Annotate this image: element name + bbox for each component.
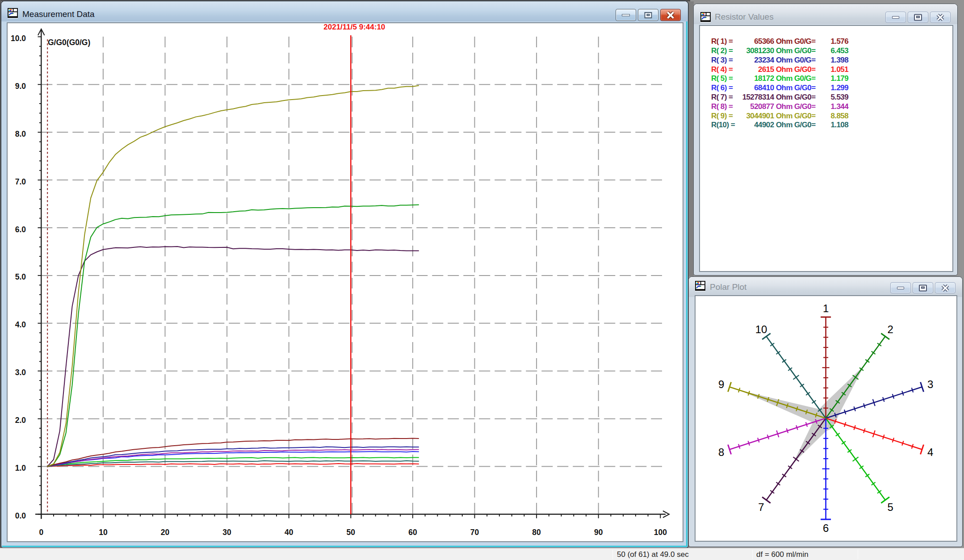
svg-text:1.0: 1.0 bbox=[15, 464, 26, 472]
svg-text:9.0: 9.0 bbox=[15, 82, 26, 91]
svg-text:G/G0(G0/G): G/G0(G0/G) bbox=[48, 38, 90, 47]
svg-text:10: 10 bbox=[99, 528, 108, 537]
svg-text:7: 7 bbox=[758, 501, 764, 513]
svg-text:7.0: 7.0 bbox=[15, 177, 26, 186]
svg-text:100: 100 bbox=[654, 528, 667, 537]
svg-text:10.0: 10.0 bbox=[11, 34, 26, 43]
svg-text:2021/11/5 9:44:10: 2021/11/5 9:44:10 bbox=[323, 23, 385, 31]
svg-text:40: 40 bbox=[285, 528, 293, 537]
svg-text:60: 60 bbox=[408, 528, 417, 537]
svg-text:2: 2 bbox=[888, 323, 893, 335]
svg-text:3: 3 bbox=[927, 378, 933, 390]
svg-text:30: 30 bbox=[222, 528, 231, 537]
svg-text:20: 20 bbox=[161, 528, 170, 537]
svg-text:6: 6 bbox=[823, 522, 829, 534]
svg-text:0.0: 0.0 bbox=[15, 511, 26, 520]
svg-text:6.0: 6.0 bbox=[15, 225, 26, 234]
svg-text:8.0: 8.0 bbox=[15, 130, 26, 138]
svg-text:4.0: 4.0 bbox=[15, 320, 26, 329]
svg-text:5: 5 bbox=[888, 501, 893, 513]
svg-text:10: 10 bbox=[755, 323, 767, 335]
svg-text:8: 8 bbox=[718, 446, 724, 458]
svg-text:0: 0 bbox=[39, 528, 43, 537]
svg-text:4: 4 bbox=[927, 446, 933, 458]
svg-text:90: 90 bbox=[594, 528, 603, 537]
svg-text:50: 50 bbox=[347, 528, 356, 537]
svg-text:2.0: 2.0 bbox=[15, 416, 26, 425]
svg-text:3.0: 3.0 bbox=[15, 368, 26, 377]
svg-text:80: 80 bbox=[532, 528, 541, 537]
svg-text:5.0: 5.0 bbox=[15, 272, 26, 281]
svg-text:70: 70 bbox=[470, 528, 479, 537]
svg-text:9: 9 bbox=[718, 378, 724, 390]
svg-text:1: 1 bbox=[823, 302, 829, 314]
